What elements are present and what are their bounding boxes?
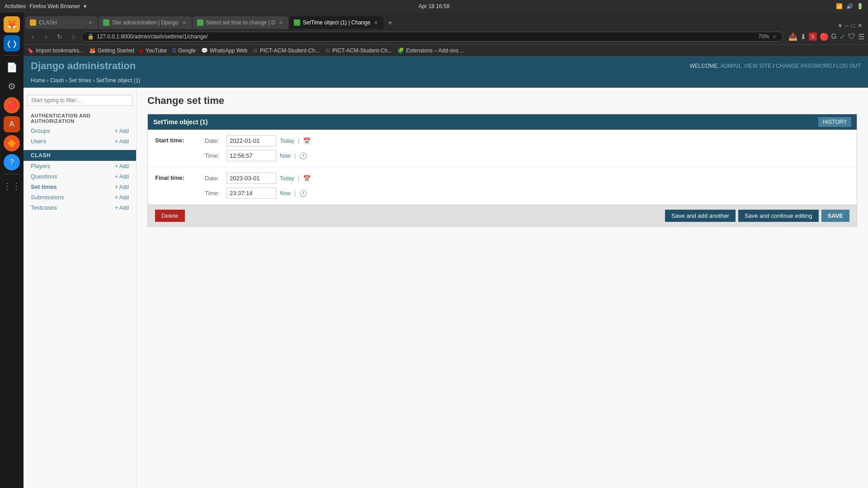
django-sidebar: AUTHENTICATION AND AUTHORIZATION Groups … <box>24 88 137 488</box>
bookmark-extensions-icon: 🧩 <box>397 47 404 54</box>
bookmark-pict2[interactable]: 🏛 PICT-ACM-Student-Ch... <box>325 47 392 54</box>
bookmark-getting-started[interactable]: 🦊 Getting Started <box>89 47 134 54</box>
start-date-input[interactable] <box>226 135 276 146</box>
players-link[interactable]: Players <box>31 163 50 169</box>
bookmark-pict1[interactable]: 🏛 PICT-ACM-Student-Ch... <box>253 47 320 54</box>
restore-icon[interactable]: □ <box>851 22 855 29</box>
save-continue-editing-button[interactable]: Save and continue editing <box>738 210 819 222</box>
back-button[interactable]: ‹ <box>27 31 38 42</box>
final-now-link[interactable]: Now <box>280 190 291 197</box>
start-time-clock-icon[interactable]: 🕐 <box>299 152 307 160</box>
sidebar-clash-header: CLASH <box>24 150 136 161</box>
url-text[interactable]: 127.0.0.1:8000/admin/clash/settime/1/cha… <box>97 33 208 40</box>
groups-link[interactable]: Groups <box>31 127 50 134</box>
tab-site-admin[interactable]: Site administration | Django ✕ <box>99 16 192 29</box>
app-grid-icon[interactable]: ⋮⋮ <box>4 178 20 194</box>
extension2-icon[interactable]: 🔴 <box>820 33 829 41</box>
users-link[interactable]: Users <box>31 138 46 145</box>
settimes-add-link[interactable]: + Add <box>115 184 129 190</box>
bookmark-star-icon[interactable]: ☆ <box>772 33 777 40</box>
files-icon[interactable]: 📄 <box>4 59 20 75</box>
testcases-add-link[interactable]: + Add <box>115 205 129 211</box>
players-add-link[interactable]: + Add <box>115 163 129 169</box>
menu-icon[interactable]: ☰ <box>858 33 864 41</box>
tab-close-clash[interactable]: ✕ <box>87 19 93 26</box>
ubuntu-icon[interactable]: 🔴 <box>4 97 20 113</box>
start-date-calendar-icon[interactable]: 📅 <box>303 137 311 145</box>
start-today-link[interactable]: Today <box>280 138 294 144</box>
tab-bar: CLASH ✕ Site administration | Django ✕ S… <box>24 13 868 29</box>
final-date-input[interactable] <box>226 173 276 184</box>
os-taskbar: Activities Firefox Web Browser ▾ Apr 18 … <box>0 0 868 13</box>
questions-link[interactable]: Questions <box>31 173 57 180</box>
page-title: Change set time <box>147 95 857 107</box>
history-button[interactable]: HISTORY <box>818 117 851 127</box>
home-button[interactable]: ⌂ <box>68 31 79 42</box>
tab-select-settime[interactable]: Select set time to change | D ✕ <box>193 16 288 29</box>
change-password-link[interactable]: CHANGE PASSWORD <box>776 63 832 69</box>
address-bar: ‹ › ↻ ⌂ 🔒 127.0.0.1:8000/admin/clash/set… <box>24 29 868 45</box>
browser-name-label[interactable]: Firefox Web Browser <box>29 3 80 9</box>
window-close-icon[interactable]: ✕ <box>858 22 863 29</box>
bookmark-youtube[interactable]: ▶ YouTube <box>140 47 167 54</box>
bookmark-pict2-icon: 🏛 <box>325 47 330 54</box>
save-button[interactable]: SAVE <box>821 210 849 222</box>
bookmark-import[interactable]: 🔖 Import bookmarks... <box>27 47 84 54</box>
final-today-link[interactable]: Today <box>280 175 294 182</box>
tab-list-icon[interactable]: ▾ <box>839 22 842 29</box>
app3-icon[interactable]: ? <box>4 154 20 170</box>
tab-close-site-admin[interactable]: ✕ <box>181 19 187 26</box>
app2-icon[interactable]: 🔶 <box>4 135 20 151</box>
breadcrumb-set-times[interactable]: Set times <box>69 77 91 84</box>
logout-link[interactable]: LOG OUT <box>836 63 861 69</box>
slash2: / <box>833 63 836 69</box>
bookmark-extensions[interactable]: 🧩 Extensions – Add-ons ... <box>397 47 464 54</box>
bookmark-whatsapp[interactable]: 💬 WhatsApp Web <box>201 47 247 54</box>
url-bar[interactable]: 🔒 127.0.0.1:8000/admin/clash/settime/1/c… <box>81 32 783 42</box>
tab-close-settime-change[interactable]: ✕ <box>373 19 379 26</box>
refresh-button[interactable]: ↻ <box>54 31 65 42</box>
save-add-another-button[interactable]: Save and add another <box>665 210 736 222</box>
breadcrumb-clash[interactable]: Clash <box>50 77 64 84</box>
vscode-icon[interactable]: ❬❭ <box>4 35 20 52</box>
username-link[interactable]: ADMIN1. <box>720 63 742 69</box>
lock-icon: 🔒 <box>87 33 94 40</box>
minimize-icon[interactable]: ─ <box>844 22 849 29</box>
tab-settime-change[interactable]: SetTime object (1) | Change ✕ <box>289 16 383 29</box>
start-time-input[interactable] <box>226 150 276 161</box>
view-site-link[interactable]: VIEW SITE <box>744 63 771 69</box>
settimes-link[interactable]: Set times <box>31 183 57 190</box>
start-now-link[interactable]: Now <box>280 153 291 159</box>
dropdown-arrow-icon[interactable]: ▾ <box>84 3 86 9</box>
final-date-calendar-icon[interactable]: 📅 <box>303 175 311 182</box>
django-user-info: WELCOME, ADMIN1. VIEW SITE / CHANGE PASS… <box>689 63 861 69</box>
questions-add-link[interactable]: + Add <box>115 174 129 180</box>
pocket-icon[interactable]: 📥 <box>788 33 797 41</box>
download-icon[interactable]: ⬇ <box>800 33 806 41</box>
extension3-icon[interactable]: G <box>831 33 837 41</box>
forward-button[interactable]: › <box>41 31 52 42</box>
activities-label[interactable]: Activities <box>5 3 26 9</box>
extension5-icon[interactable]: 🛡 <box>848 33 855 41</box>
final-time-clock-icon[interactable]: 🕐 <box>299 190 307 197</box>
left-app-panel: 🦊 ❬❭ 📄 ⚙ 🔴 A 🔶 ? ⋮⋮ <box>0 13 24 488</box>
app1-icon[interactable]: A <box>4 116 20 132</box>
extension4-icon[interactable]: ✓ <box>840 33 845 41</box>
extension1-icon[interactable]: S <box>809 33 817 41</box>
users-add-link[interactable]: + Add <box>115 138 129 145</box>
submissions-add-link[interactable]: + Add <box>115 194 129 201</box>
groups-add-link[interactable]: + Add <box>115 128 129 134</box>
breadcrumb-sep2: › <box>66 77 69 84</box>
sidebar-filter-input[interactable] <box>27 95 132 106</box>
settings-icon[interactable]: ⚙ <box>4 78 20 94</box>
breadcrumb-home[interactable]: Home <box>31 77 45 84</box>
delete-button[interactable]: Delete <box>155 210 185 222</box>
bookmark-google[interactable]: G Google <box>172 47 196 54</box>
firefox-icon[interactable]: 🦊 <box>4 16 20 33</box>
submissions-link[interactable]: Submissions <box>31 194 64 201</box>
tab-close-select-settime[interactable]: ✕ <box>278 19 284 26</box>
tab-clash[interactable]: CLASH ✕ <box>25 16 98 29</box>
testcases-link[interactable]: Testcases <box>31 204 57 211</box>
final-time-input[interactable] <box>226 188 276 199</box>
new-tab-button[interactable]: + <box>384 17 396 29</box>
